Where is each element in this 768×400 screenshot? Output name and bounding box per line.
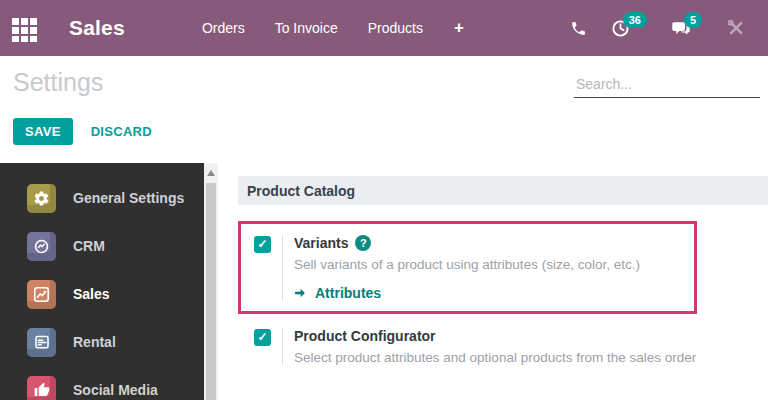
- top-menu: Orders To Invoice Products +: [187, 0, 480, 56]
- sidebar-scrollbar: [204, 163, 218, 400]
- sidebar-item-label: Rental: [73, 334, 116, 350]
- apps-menu-button[interactable]: [8, 11, 42, 45]
- search-box: [574, 74, 760, 98]
- control-panel-buttons: SAVE DISCARD: [13, 118, 152, 145]
- handshake-icon: [27, 232, 56, 261]
- phone-icon: [570, 20, 587, 37]
- schedule-icon: [27, 328, 56, 357]
- variants-checkbox[interactable]: ✓: [254, 236, 271, 253]
- scroll-up-arrow[interactable]: [207, 170, 215, 176]
- tools-icon: [726, 18, 746, 38]
- app-title: Sales: [69, 16, 125, 40]
- setting-label: Product Configurator: [294, 328, 436, 344]
- search-input[interactable]: [574, 74, 760, 97]
- add-menu-button[interactable]: +: [438, 18, 480, 38]
- product-configurator-checkbox[interactable]: ✓: [254, 329, 271, 346]
- developer-tools-button[interactable]: [714, 18, 758, 38]
- setting-description: Sell variants of a product using attribu…: [294, 257, 640, 272]
- setting-label: Variants: [294, 235, 348, 251]
- help-icon[interactable]: ?: [355, 235, 371, 251]
- menu-products[interactable]: Products: [353, 0, 438, 56]
- page-title: Settings: [13, 68, 103, 97]
- settings-sidebar: General Settings CRM Sales: [0, 163, 204, 400]
- setting-divider: [282, 328, 283, 365]
- sidebar-item-crm[interactable]: CRM: [0, 222, 204, 270]
- sidebar-item-label: Sales: [73, 286, 110, 302]
- phone-button[interactable]: [558, 20, 599, 37]
- discard-button[interactable]: DISCARD: [91, 124, 152, 139]
- attributes-link[interactable]: Attributes: [294, 285, 640, 301]
- messages-count-badge: 5: [684, 12, 702, 28]
- menu-orders[interactable]: Orders: [187, 0, 260, 56]
- sidebar-item-label: CRM: [73, 238, 105, 254]
- right-arrow-icon: [294, 286, 308, 300]
- sidebar-item-rental[interactable]: Rental: [0, 318, 204, 366]
- menu-to-invoice[interactable]: To Invoice: [260, 0, 353, 56]
- messages-button[interactable]: 5: [659, 19, 714, 38]
- settings-body: General Settings CRM Sales: [0, 163, 768, 400]
- thumbs-up-icon: [27, 376, 56, 400]
- variants-setting-highlight-box: ✓ Variants ? Sell variants of a product …: [238, 221, 697, 314]
- sales-chart-icon: [27, 280, 56, 309]
- sidebar-item-label: Social Media: [73, 382, 158, 398]
- scrollbar-thumb[interactable]: [206, 183, 216, 400]
- setting-description: Select product attributes and optional p…: [294, 350, 696, 365]
- topbar-systray: 36 5: [558, 18, 758, 38]
- sidebar-item-label: General Settings: [73, 190, 184, 206]
- section-header: Product Catalog: [238, 176, 768, 205]
- activities-count-badge: 36: [623, 12, 647, 28]
- sidebar-item-general-settings[interactable]: General Settings: [0, 174, 204, 222]
- gear-icon: [27, 184, 56, 213]
- setting-text: Product Configurator Select product attr…: [294, 328, 696, 365]
- setting-text: Variants ? Sell variants of a product us…: [294, 235, 640, 301]
- setting-divider: [282, 235, 283, 301]
- sidebar-item-sales[interactable]: Sales: [0, 270, 204, 318]
- top-navbar: Sales Orders To Invoice Products + 36 5: [0, 0, 768, 56]
- activities-button[interactable]: 36: [599, 19, 659, 38]
- setting-product-configurator: ✓ Product Configurator Select product at…: [254, 328, 768, 365]
- settings-content: Product Catalog ✓ Variants ? Sell varian…: [218, 163, 768, 400]
- setting-variants: ✓ Variants ? Sell variants of a product …: [254, 235, 688, 301]
- attributes-link-label: Attributes: [315, 285, 381, 301]
- save-button[interactable]: SAVE: [13, 118, 73, 145]
- apps-grid-icon: [11, 14, 39, 42]
- sidebar-item-social-media[interactable]: Social Media: [0, 366, 204, 400]
